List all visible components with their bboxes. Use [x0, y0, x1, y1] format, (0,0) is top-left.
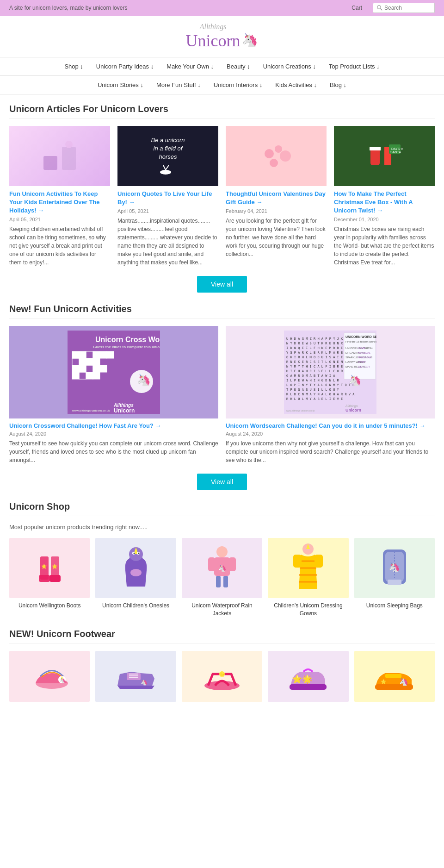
svg-text:GLITTER: GLITTER	[358, 365, 370, 368]
logo-area: Allthings Unicorn 🦄	[0, 16, 444, 57]
nav-unicorn-creations[interactable]: Unicorn Creations ↓	[257, 60, 322, 73]
svg-rect-79	[39, 575, 50, 582]
svg-line-6	[163, 165, 166, 170]
svg-rect-35	[93, 365, 100, 372]
nav-make-your-own[interactable]: Make Your Own ↓	[160, 60, 220, 73]
svg-rect-126	[385, 674, 401, 678]
svg-text:UNICORN WORD SEARCH PUZZLE: UNICORN WORD SEARCH PUZZLE	[345, 335, 376, 338]
svg-text:L O P I N Y T Y A L O N M Y T : L O P I N Y T Y A L O N M Y T O T R	[286, 383, 355, 387]
svg-rect-95	[216, 576, 221, 587]
svg-rect-96	[223, 576, 228, 587]
article-title-1[interactable]: Fun Unicorn Activities To Keep Your Kids…	[9, 190, 110, 215]
footwear-shoes[interactable]: 🦄 ⭐	[354, 651, 435, 702]
svg-text:Find the 15 hidden words in ou: Find the 15 hidden words in our Unicorn …	[345, 340, 376, 343]
shop-img-sleeping-bags: 🦄	[354, 538, 435, 598]
nav-shop[interactable]: Shop ↓	[58, 60, 89, 73]
article-date-1: April 05, 2021	[9, 217, 110, 222]
svg-text:O K I R H L M O D U I S A I E : O K I R H L M O D U I S A I E G	[286, 356, 347, 359]
svg-rect-2	[43, 156, 57, 170]
svg-text:🦄: 🦄	[349, 374, 362, 387]
main-content: Unicorn Articles For Unicorn Lovers Fun …	[0, 94, 444, 711]
svg-text:🦄: 🦄	[399, 677, 408, 686]
footwear-clogs[interactable]: ⭐🌟	[268, 651, 348, 702]
shop-item-sleeping-bags[interactable]: 🦄 Unicorn Sleeping Bags	[354, 538, 435, 618]
footwear-slippers[interactable]: 🦄	[9, 651, 90, 702]
article-image-3	[226, 126, 327, 186]
shop-img-jackets: 🦄	[182, 538, 262, 598]
activities-view-all-button[interactable]: View all	[197, 474, 247, 490]
search-icon	[377, 5, 382, 11]
footwear-grid: 🦄 🦄	[9, 651, 435, 702]
svg-text:🦄: 🦄	[137, 373, 151, 387]
nav-kids-activities[interactable]: Kids Activities ↓	[269, 79, 323, 91]
svg-text:⭐: ⭐	[381, 679, 387, 685]
shop-label-onesies: Unicorn Children's Onesies	[95, 602, 176, 610]
svg-text:I L P E W A H I N G D N L R: I L P E W A H I N G D N L R	[286, 379, 339, 382]
footwear-img-slippers: 🦄	[9, 651, 90, 702]
article-title-3[interactable]: Thoughtful Unicorn Valentines Day Gift G…	[226, 190, 327, 206]
slippers-icon: 🦄	[29, 660, 70, 693]
svg-rect-104	[293, 555, 302, 568]
activity-crossword-excerpt: Test yourself to see how quickly you can…	[9, 439, 218, 464]
article-title-4[interactable]: How To Make The Perfect Christmas Eve Bo…	[334, 190, 435, 215]
svg-text:RAINBOW: RAINBOW	[358, 356, 371, 359]
svg-text:Unicorn: Unicorn	[114, 407, 135, 414]
svg-text:U H D A G M Z R H A P P Y J K: U H D A G M Z R H A P P Y J K	[286, 337, 343, 341]
articles-section-title: Unicorn Articles For Unicorn Lovers	[9, 104, 435, 119]
crossword-svg: Unicorn Cross Word Guess the clues to co…	[68, 331, 160, 414]
nav-row-2: Unicorn Stories ↓ More Fun Stuff ↓ Unico…	[0, 76, 444, 94]
footwear-sneakers[interactable]: 🦄	[95, 651, 176, 702]
article-title-2[interactable]: Unicorn Quotes To Live Your Life By! →	[117, 190, 218, 206]
horse-silhouette	[159, 165, 177, 175]
article-date-2: April 05, 2021	[117, 208, 218, 214]
nav-party-ideas[interactable]: Unicorn Party Ideas ↓	[90, 60, 160, 73]
article-excerpt-1: Keeping children entertained whilst off …	[9, 225, 110, 267]
articles-view-all-button[interactable]: View all	[197, 276, 247, 293]
search-input[interactable]	[384, 5, 431, 11]
svg-text:MAGICAL: MAGICAL	[358, 351, 371, 354]
svg-rect-23	[79, 351, 86, 358]
onesie-icon	[120, 545, 152, 591]
shop-item-dressing-gowns[interactable]: Children's Unicorn Dressing Gowns	[268, 538, 348, 618]
article-img-icon-1	[41, 137, 78, 175]
footwear-sandals[interactable]: ⭐	[182, 651, 262, 702]
article-date-4: December 01, 2020	[334, 217, 435, 222]
nav-more-fun-stuff[interactable]: More Fun Stuff ↓	[150, 79, 207, 91]
activities-grid: Unicorn Cross Word Guess the clues to co…	[9, 326, 435, 464]
svg-text:⭐: ⭐	[41, 563, 47, 569]
shop-label-jackets: Unicorn Waterproof Rain Jackets	[182, 602, 262, 618]
activity-crossword-title[interactable]: Unicorn Crossword Challenge! How Fast Ar…	[9, 422, 218, 429]
shop-item-jackets[interactable]: 🦄 Unicorn Waterproof Rain Jackets	[182, 538, 262, 618]
shop-img-onesies	[95, 538, 176, 598]
svg-text:www.allthings-unicorn.co.uk: www.allthings-unicorn.co.uk	[72, 409, 110, 412]
site-logo[interactable]: Allthings Unicorn	[186, 23, 240, 50]
activity-wordsearch-title[interactable]: Unicorn Wordsearch Challenge! Can you do…	[226, 422, 435, 429]
article-excerpt-3: Are you looking for the perfect gift for…	[226, 217, 327, 258]
svg-text:N Y D R E W S U T K R E O N X: N Y D R E W S U T K R E O N X	[286, 342, 343, 345]
nav-top-product-lists[interactable]: Top Product Lists ↓	[322, 60, 386, 73]
logo-unicorn-icon: 🦄	[242, 33, 258, 47]
nav-unicorn-interiors[interactable]: Unicorn Interiors ↓	[207, 79, 269, 91]
svg-point-10	[280, 150, 291, 162]
activities-section-title: New! Fun Unicorn Activities	[9, 304, 435, 318]
wellington-boots-icon: ⭐ ⭐	[33, 547, 66, 589]
crossword-placeholder: Unicorn Cross Word Guess the clues to co…	[9, 326, 218, 418]
nav-unicorn-stories[interactable]: Unicorn Stories ↓	[91, 79, 150, 91]
main-nav: Shop ↓ Unicorn Party Ideas ↓ Make Your O…	[0, 57, 444, 94]
cart-link[interactable]: Cart	[352, 5, 367, 11]
nav-row-1: Shop ↓ Unicorn Party Ideas ↓ Make Your O…	[0, 57, 444, 75]
svg-rect-22	[72, 351, 79, 358]
shop-grid: ⭐ ⭐ Unicorn Wellington Boots	[9, 538, 435, 618]
svg-rect-13	[370, 147, 381, 150]
shop-item-onesies[interactable]: Unicorn Children's Onesies	[95, 538, 176, 618]
nav-beauty[interactable]: Beauty ↓	[220, 60, 257, 73]
nav-blog[interactable]: Blog ↓	[323, 79, 353, 91]
activity-crossword-date: August 24, 2020	[9, 431, 218, 437]
shop-item-boots[interactable]: ⭐ ⭐ Unicorn Wellington Boots	[9, 538, 90, 618]
shop-subtitle: Most popular unicorn products trending r…	[9, 524, 435, 531]
shop-label-dressing-gowns: Children's Unicorn Dressing Gowns	[268, 602, 348, 618]
svg-text:Unicorn Cross Word: Unicorn Cross Word	[95, 336, 160, 343]
svg-text:SANTA: SANTA	[390, 150, 401, 154]
svg-text:Unicorn: Unicorn	[345, 408, 361, 412]
svg-text:N Y M Y T H I C A L F I B R E: N Y M Y T H I C A L F I B R E	[286, 365, 343, 368]
